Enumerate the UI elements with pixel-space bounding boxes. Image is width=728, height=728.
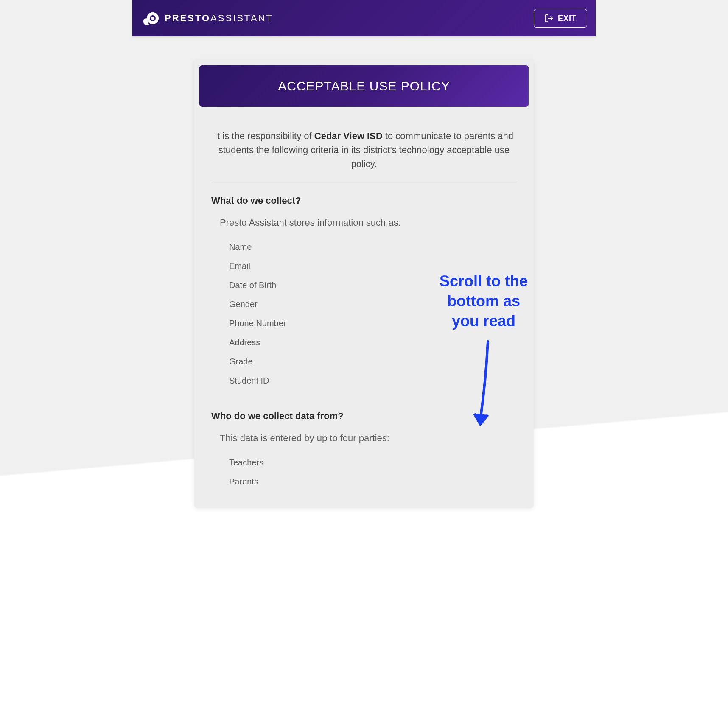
exit-button-label: EXIT <box>558 14 577 23</box>
list-item: Name <box>229 238 517 257</box>
logo-assistant-text: ASSISTANT <box>210 13 273 24</box>
parties-list: Teachers Parents <box>229 453 517 491</box>
list-item: Date of Birth <box>229 276 517 295</box>
section-heading: What do we collect? <box>211 195 517 206</box>
district-name: Cedar View ISD <box>314 131 383 141</box>
policy-title: ACCEPTABLE USE POLICY <box>208 79 520 93</box>
section-heading: Who do we collect data from? <box>211 411 517 422</box>
policy-card-header: ACCEPTABLE USE POLICY <box>199 65 529 107</box>
presto-logo-icon <box>141 9 160 28</box>
list-item: Grade <box>229 352 517 371</box>
section-subtext: Presto Assistant stores information such… <box>220 217 517 228</box>
list-item: Address <box>229 333 517 352</box>
list-item: Parents <box>229 472 517 491</box>
list-item: Email <box>229 257 517 276</box>
policy-card: ACCEPTABLE USE POLICY It is the responsi… <box>194 60 534 508</box>
policy-intro: It is the responsibility of Cedar View I… <box>211 125 517 183</box>
section-subtext: This data is entered by up to four parti… <box>220 433 517 444</box>
list-item: Gender <box>229 295 517 314</box>
intro-prefix: It is the responsibility of <box>215 131 314 141</box>
exit-icon <box>544 14 554 23</box>
section-what-we-collect: What do we collect? Presto Assistant sto… <box>211 195 517 390</box>
exit-button[interactable]: EXIT <box>534 9 587 28</box>
svg-point-2 <box>151 17 154 20</box>
logo-text: PRESTO ASSISTANT <box>165 13 273 24</box>
list-item: Teachers <box>229 453 517 472</box>
list-item: Student ID <box>229 371 517 390</box>
policy-card-body[interactable]: It is the responsibility of Cedar View I… <box>194 112 534 508</box>
logo-presto-text: PRESTO <box>165 13 210 24</box>
logo: PRESTO ASSISTANT <box>141 9 273 28</box>
section-who-we-collect-from: Who do we collect data from? This data i… <box>211 411 517 491</box>
list-item: Phone Number <box>229 314 517 333</box>
collect-list: Name Email Date of Birth Gender Phone Nu… <box>229 238 517 390</box>
main-content: ACCEPTABLE USE POLICY It is the responsi… <box>186 60 542 508</box>
app-header: PRESTO ASSISTANT EXIT <box>132 0 596 36</box>
